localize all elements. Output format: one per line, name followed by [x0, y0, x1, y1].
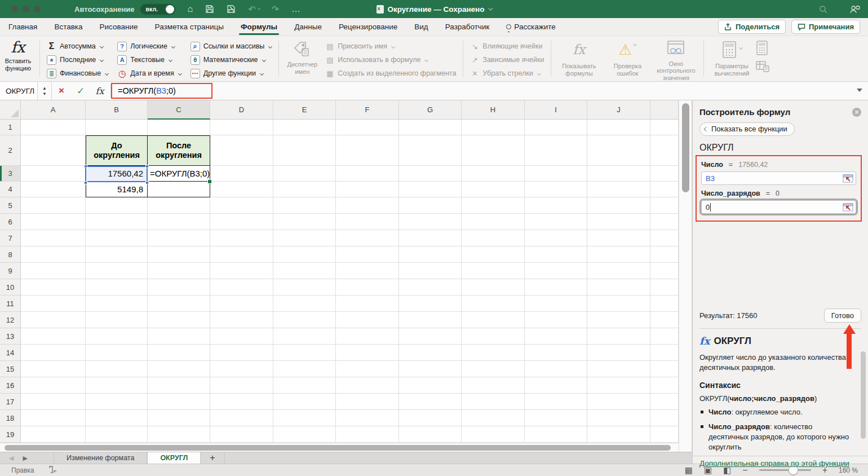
define-Использовать в формуле[interactable]: ▤Использовать в формуле — [322, 53, 459, 67]
cell-D3[interactable] — [210, 166, 273, 182]
save-icon[interactable] — [205, 5, 214, 14]
cell-I19[interactable] — [525, 426, 587, 443]
column-header-I[interactable]: I — [525, 100, 587, 120]
select-all-corner[interactable] — [0, 100, 21, 120]
cell-C8[interactable] — [148, 246, 210, 263]
cell-F12[interactable] — [336, 312, 399, 328]
sheet-tab-Изменение формата[interactable]: Изменение формата — [54, 452, 147, 464]
cell-H11[interactable] — [462, 296, 525, 312]
cell-D1[interactable] — [210, 120, 273, 135]
category-Финансовые[interactable]: ≣Финансовые — [43, 67, 112, 80]
cell-H10[interactable] — [462, 279, 525, 296]
cell-C14[interactable] — [148, 345, 210, 361]
cell-J19[interactable] — [587, 426, 650, 443]
cell-C4[interactable] — [148, 182, 210, 197]
cell-F18[interactable] — [336, 410, 399, 426]
window-zoom-button[interactable] — [34, 6, 41, 12]
cell-J12[interactable] — [587, 312, 650, 328]
category-Ссылки и массивы[interactable]: ⌕Ссылки и массивы — [187, 39, 276, 53]
cell-A17[interactable] — [21, 394, 86, 410]
cell-x16[interactable] — [650, 377, 679, 394]
cell-D10[interactable] — [210, 279, 273, 296]
undo-icon[interactable]: ↶ — [248, 4, 259, 15]
horizontal-scrollbar-thumb[interactable] — [5, 445, 671, 451]
cell-D11[interactable] — [210, 296, 273, 312]
cell-x6[interactable] — [650, 214, 679, 230]
comments-button[interactable]: Примечания — [791, 20, 860, 34]
cell-E1[interactable] — [273, 120, 336, 135]
cell-F16[interactable] — [336, 377, 399, 394]
cell-G19[interactable] — [399, 426, 462, 443]
cell-E9[interactable] — [273, 263, 336, 279]
redo-icon[interactable]: ↷ — [272, 4, 279, 15]
cell-x2[interactable] — [650, 135, 679, 166]
vertical-scrollbar-thumb[interactable] — [682, 103, 689, 192]
cell-I3[interactable] — [525, 166, 587, 182]
window-close-button[interactable] — [11, 6, 18, 12]
cell-B10[interactable] — [86, 279, 148, 296]
cell-B16[interactable] — [86, 377, 148, 394]
cell-G3[interactable] — [399, 166, 462, 182]
cell-I9[interactable] — [525, 263, 587, 279]
cell-F10[interactable] — [336, 279, 399, 296]
search-icon[interactable] — [819, 5, 827, 14]
cell-C2[interactable]: Послеокругления — [148, 135, 210, 166]
normal-view-icon[interactable]: ▦ — [685, 465, 693, 475]
cell-A8[interactable] — [21, 246, 86, 263]
cell-J10[interactable] — [587, 279, 650, 296]
cell-C13[interactable] — [148, 328, 210, 345]
cell-I13[interactable] — [525, 328, 587, 345]
show-all-functions-button[interactable]: Показать все функции — [699, 122, 795, 136]
horizontal-scrollbar[interactable] — [0, 443, 679, 452]
cell-x12[interactable] — [650, 312, 679, 328]
cell-F8[interactable] — [336, 246, 399, 263]
share-button[interactable]: Поделиться — [718, 20, 786, 34]
cell-D15[interactable] — [210, 361, 273, 377]
category-Текстовые[interactable]: AТекстовые — [114, 53, 185, 67]
column-header-H[interactable]: H — [462, 100, 525, 120]
category-Математические[interactable]: θМатематические — [187, 53, 276, 67]
row-header-1[interactable]: 1 — [0, 120, 21, 135]
more-commands-icon[interactable]: … — [291, 4, 302, 14]
cell-I5[interactable] — [525, 197, 587, 214]
cell-H1[interactable] — [462, 120, 525, 135]
more-help-link[interactable]: Дополнительная справка по этой функции — [699, 459, 852, 468]
cell-J6[interactable] — [587, 214, 650, 230]
cell-I10[interactable] — [525, 279, 587, 296]
cell-E2[interactable] — [273, 135, 336, 166]
cell-B14[interactable] — [86, 345, 148, 361]
cell-G15[interactable] — [399, 361, 462, 377]
cell-E5[interactable] — [273, 197, 336, 214]
column-header-partial[interactable] — [650, 100, 679, 120]
cell-C17[interactable] — [148, 394, 210, 410]
calculate-now-icon[interactable] — [756, 41, 769, 58]
row-header-3[interactable]: 3 — [0, 166, 21, 182]
cell-F14[interactable] — [336, 345, 399, 361]
cell-G16[interactable] — [399, 377, 462, 394]
column-header-J[interactable]: J — [587, 100, 650, 120]
tab-Формулы[interactable]: Формулы — [240, 20, 278, 34]
cell-A4[interactable] — [21, 182, 86, 197]
cell-B15[interactable] — [86, 361, 148, 377]
cell-D4[interactable] — [210, 182, 273, 197]
cell-H17[interactable] — [462, 394, 525, 410]
cell-F3[interactable] — [336, 166, 399, 182]
calculate-sheet-icon[interactable] — [756, 61, 769, 74]
cell-H2[interactable] — [462, 135, 525, 166]
cell-I18[interactable] — [525, 410, 587, 426]
cell-B18[interactable] — [86, 410, 148, 426]
cell-C16[interactable] — [148, 377, 210, 394]
insert-function-button[interactable]: fx Вставить функцию — [0, 36, 36, 81]
prev-sheet-icon[interactable]: ◀ — [9, 455, 14, 462]
row-header-5[interactable]: 5 — [0, 197, 21, 214]
cell-F15[interactable] — [336, 361, 399, 377]
column-header-E[interactable]: E — [273, 100, 336, 120]
row-header-13[interactable]: 13 — [0, 328, 21, 345]
cell-E18[interactable] — [273, 410, 336, 426]
cell-D7[interactable] — [210, 230, 273, 246]
row-header-9[interactable]: 9 — [0, 263, 21, 279]
name-manager-button[interactable]: Диспетчер имен — [282, 36, 322, 81]
formula-input[interactable]: =ОКРУГЛ(B3;0) — [112, 82, 176, 100]
cell-I16[interactable] — [525, 377, 587, 394]
zoom-slider[interactable] — [759, 469, 811, 471]
